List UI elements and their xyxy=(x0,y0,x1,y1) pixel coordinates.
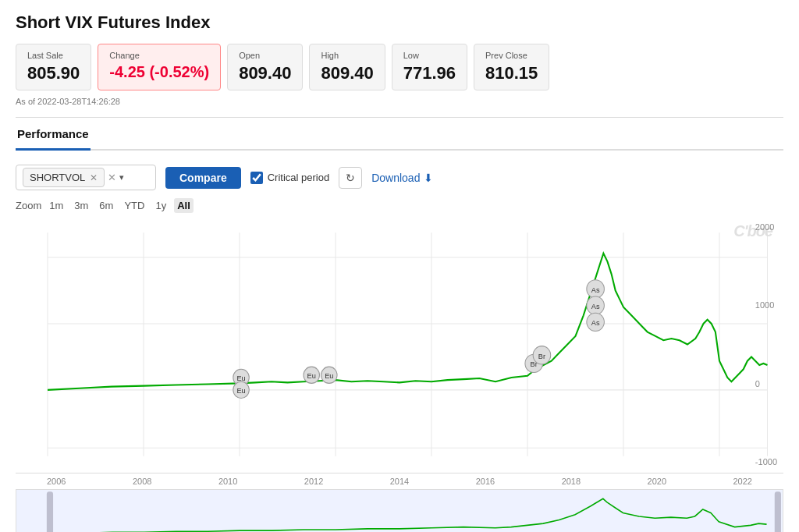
main-chart-svg: Eu Eu Eu Eu Br Br As As As xyxy=(16,216,783,473)
toolbar: SHORTVOL ✕ ✕ ▾ Compare Critical period ↻… xyxy=(16,165,783,190)
main-chart-area: C'boe 2000 1000 0 -1000 xyxy=(16,216,783,473)
x-label-2020: 2020 xyxy=(648,477,666,486)
zoom-1m[interactable]: 1m xyxy=(46,198,66,213)
stat-value-prev-close: 810.15 xyxy=(485,63,538,83)
critical-period-checkbox[interactable] xyxy=(250,172,263,184)
svg-rect-33 xyxy=(775,491,781,532)
y-label-0: 0 xyxy=(755,379,777,388)
stat-label-high: High xyxy=(321,51,373,60)
svg-text:Eu: Eu xyxy=(325,372,333,380)
download-area[interactable]: Download ⬇ xyxy=(371,172,433,184)
stat-value-last-sale: 805.90 xyxy=(27,63,80,83)
svg-rect-32 xyxy=(47,491,53,532)
x-label-2008: 2008 xyxy=(133,477,151,486)
mini-chart-svg xyxy=(16,490,783,532)
page-title: Short VIX Futures Index xyxy=(16,12,783,33)
download-icon: ⬇ xyxy=(424,172,433,184)
svg-text:Eu: Eu xyxy=(236,374,245,382)
x-label-2006: 2006 xyxy=(47,477,66,486)
critical-period-label[interactable]: Critical period xyxy=(250,172,329,184)
x-label-2010: 2010 xyxy=(218,477,237,486)
x-label-2014: 2014 xyxy=(390,477,409,486)
svg-text:As: As xyxy=(591,319,600,327)
stat-value-open: 809.40 xyxy=(239,63,291,83)
download-label: Download xyxy=(371,172,420,184)
clear-icon[interactable]: ✕ xyxy=(108,172,116,183)
zoom-1y[interactable]: 1y xyxy=(152,198,169,213)
x-axis-labels: 2006 2008 2010 2012 2014 2016 2018 2020 … xyxy=(16,473,783,489)
dropdown-arrow-icon[interactable]: ▾ xyxy=(119,172,124,183)
x-label-2018: 2018 xyxy=(562,477,581,486)
y-label-2000: 2000 xyxy=(755,222,777,232)
stat-prev-close: Prev Close 810.15 xyxy=(474,44,549,90)
svg-text:As: As xyxy=(591,303,600,310)
x-label-2012: 2012 xyxy=(304,477,323,486)
stat-label-prev-close: Prev Close xyxy=(485,51,538,60)
stat-value-high: 809.40 xyxy=(321,63,373,83)
symbol-input-area[interactable]: SHORTVOL ✕ ✕ ▾ xyxy=(16,165,156,190)
compare-button[interactable]: Compare xyxy=(165,167,241,189)
zoom-all[interactable]: All xyxy=(174,198,194,213)
svg-text:Br: Br xyxy=(538,352,545,360)
stat-label-change: Change xyxy=(109,51,209,60)
svg-text:Eu: Eu xyxy=(307,372,316,380)
symbol-label: SHORTVOL xyxy=(30,172,85,183)
stat-value-change: -4.25 (-0.52%) xyxy=(109,63,209,81)
zoom-bar: Zoom 1m 3m 6m YTD 1y All xyxy=(16,198,783,213)
as-of-text: As of 2022-03-28T14:26:28 xyxy=(16,97,783,106)
mini-chart: 05 2010 2015 2020 xyxy=(16,489,783,532)
tab-performance[interactable]: Performance xyxy=(16,119,91,151)
y-axis-labels: 2000 1000 0 -1000 xyxy=(755,216,777,473)
svg-text:Eu: Eu xyxy=(236,387,245,395)
symbol-remove-icon[interactable]: ✕ xyxy=(90,172,98,183)
svg-text:As: As xyxy=(591,286,600,294)
stat-change: Change -4.25 (-0.52%) xyxy=(98,44,221,90)
refresh-button[interactable]: ↻ xyxy=(339,167,362,189)
y-label-neg1000: -1000 xyxy=(755,457,777,466)
x-label-2022: 2022 xyxy=(733,477,752,486)
stat-last-sale: Last Sale 805.90 xyxy=(16,44,91,90)
stat-label-low: Low xyxy=(403,51,456,60)
critical-period-text: Critical period xyxy=(268,172,329,183)
stat-label-open: Open xyxy=(239,51,291,60)
stat-high: High 809.40 xyxy=(309,44,385,90)
stat-low: Low 771.96 xyxy=(392,44,467,90)
y-label-1000: 1000 xyxy=(755,300,777,310)
zoom-6m[interactable]: 6m xyxy=(96,198,116,213)
stat-open: Open 809.40 xyxy=(227,44,303,90)
zoom-3m[interactable]: 3m xyxy=(71,198,91,213)
zoom-label: Zoom xyxy=(16,200,41,211)
x-label-2016: 2016 xyxy=(476,477,495,486)
zoom-ytd[interactable]: YTD xyxy=(121,198,147,213)
page-container: Short VIX Futures Index Last Sale 805.90… xyxy=(0,0,799,532)
stat-value-low: 771.96 xyxy=(403,63,456,83)
stat-label-last-sale: Last Sale xyxy=(27,51,80,60)
symbol-tag: SHORTVOL ✕ xyxy=(23,168,105,187)
svg-rect-31 xyxy=(16,490,783,532)
stats-row: Last Sale 805.90 Change -4.25 (-0.52%) O… xyxy=(16,44,783,90)
tab-bar: Performance xyxy=(16,118,783,151)
